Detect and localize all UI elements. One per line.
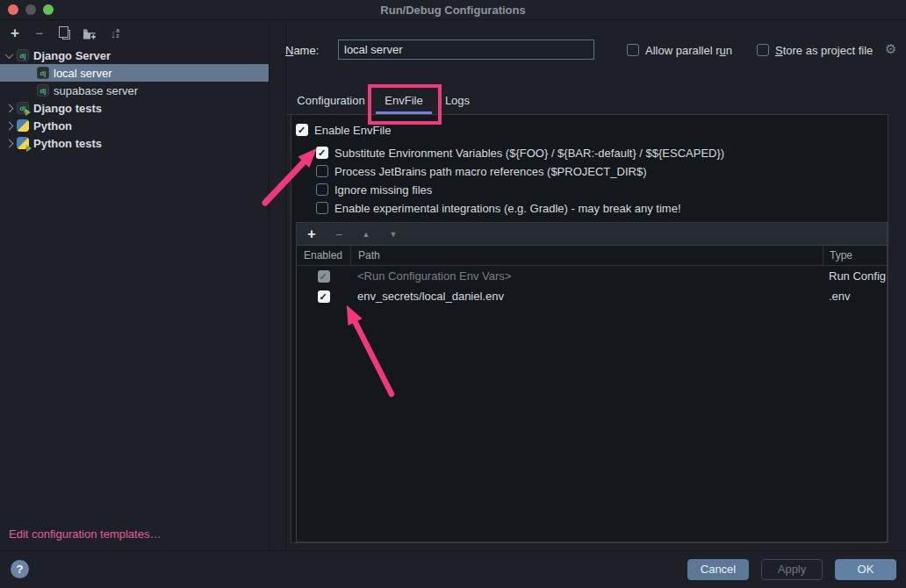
env-row-path: env_secrets/local_daniel.env	[350, 290, 823, 303]
checkbox-checked-disabled-icon	[318, 270, 330, 283]
name-input[interactable]	[338, 39, 594, 60]
chevron-right-icon[interactable]	[5, 104, 14, 112]
checkbox-unchecked-icon[interactable]	[316, 202, 328, 214]
django-icon	[37, 67, 49, 79]
chevron-down-icon[interactable]	[5, 50, 14, 59]
django-icon	[37, 84, 49, 97]
gear-icon[interactable]: ⚙	[885, 42, 896, 55]
move-down-icon[interactable]	[387, 227, 399, 241]
column-header-enabled[interactable]: Enabled	[297, 246, 350, 265]
add-env-file-icon[interactable]	[306, 227, 318, 241]
name-label: Name:	[285, 44, 319, 57]
tree-item-supabase-server[interactable]: supabase server	[0, 82, 269, 99]
python-icon	[17, 119, 29, 132]
zoom-window-button[interactable]	[43, 4, 54, 15]
configurations-sidebar: Django Server local server supabase serv…	[0, 20, 270, 550]
dialog-footer: Cancel Apply OK	[0, 550, 906, 588]
ok-button[interactable]: OK	[835, 559, 896, 580]
apply-button[interactable]: Apply	[761, 559, 823, 580]
tab-envfile[interactable]: EnvFile	[376, 88, 432, 114]
tree-item-django-tests[interactable]: Django tests	[0, 99, 269, 117]
table-row[interactable]: env_secrets/local_daniel.env .env	[297, 286, 887, 306]
env-row-type: Run Config	[823, 269, 887, 283]
window-title: Run/Debug Configurations	[380, 4, 525, 17]
close-window-button[interactable]	[8, 4, 18, 15]
tab-logs[interactable]: Logs	[437, 88, 478, 114]
python-tests-icon	[17, 137, 29, 149]
checkbox-unchecked-icon[interactable]	[316, 165, 328, 177]
column-header-type[interactable]: Type	[823, 246, 887, 265]
table-row[interactable]: <Run Configuration Env Vars> Run Config	[297, 266, 887, 286]
checkbox-checked-icon[interactable]	[296, 124, 308, 136]
column-header-path[interactable]: Path	[350, 246, 823, 265]
store-as-project-file-checkbox[interactable]: Store as project file	[757, 44, 873, 57]
sort-configurations-icon[interactable]	[109, 26, 121, 40]
edit-configuration-templates-link[interactable]: Edit configuration templates…	[9, 527, 161, 541]
panel-divider	[285, 20, 286, 550]
add-configuration-icon[interactable]	[9, 26, 21, 40]
remove-configuration-icon[interactable]	[33, 26, 46, 40]
new-folder-icon[interactable]	[83, 26, 97, 40]
remove-env-file-icon[interactable]	[333, 227, 345, 241]
cancel-button[interactable]: Cancel	[687, 559, 749, 580]
ignore-missing-files-checkbox[interactable]: Ignore missing files	[316, 183, 432, 197]
checkbox-unchecked-icon[interactable]	[757, 44, 769, 56]
env-files-table: Enabled Path Type <Run Configuration Env…	[296, 222, 888, 542]
window-controls	[8, 4, 54, 15]
sidebar-toolbar	[0, 20, 269, 47]
tree-item-python-tests[interactable]: Python tests	[0, 134, 269, 152]
env-row-type: .env	[823, 290, 887, 303]
substitute-env-vars-checkbox[interactable]: Substitute Environment Variables (${FOO}…	[316, 147, 724, 160]
tree-item-local-server[interactable]: local server	[0, 64, 269, 82]
table-toolbar	[297, 223, 887, 246]
env-row-path: <Run Configuration Env Vars>	[350, 269, 823, 283]
checkbox-checked-icon[interactable]	[316, 147, 328, 159]
django-icon	[17, 49, 29, 61]
copy-configuration-icon[interactable]	[58, 26, 70, 40]
tree-item-django-server[interactable]: Django Server	[0, 47, 269, 64]
enable-envfile-checkbox[interactable]: Enable EnvFile	[296, 124, 391, 137]
chevron-right-icon[interactable]	[5, 139, 14, 147]
chevron-right-icon[interactable]	[5, 121, 14, 130]
checkbox-unchecked-icon[interactable]	[316, 183, 328, 196]
checkbox-unchecked-icon[interactable]	[627, 44, 639, 56]
minimize-window-button[interactable]	[25, 4, 36, 15]
checkbox-checked-icon[interactable]	[318, 290, 330, 303]
django-tests-icon	[17, 102, 29, 114]
configurations-tree: Django Server local server supabase serv…	[0, 47, 269, 152]
allow-parallel-run-checkbox[interactable]: Allow parallel run	[627, 44, 732, 57]
experimental-integrations-checkbox[interactable]: Enable experimental integrations (e.g. G…	[316, 202, 681, 215]
tree-item-python[interactable]: Python	[0, 117, 269, 134]
title-bar: Run/Debug Configurations	[0, 0, 906, 20]
move-up-icon[interactable]	[360, 227, 372, 241]
process-path-macro-checkbox[interactable]: Process JetBrains path macro references …	[316, 165, 646, 178]
help-icon[interactable]	[11, 560, 29, 578]
table-header: Enabled Path Type	[297, 246, 887, 266]
tab-configuration[interactable]: Configuration	[291, 88, 371, 114]
active-tab-underline	[376, 111, 432, 114]
